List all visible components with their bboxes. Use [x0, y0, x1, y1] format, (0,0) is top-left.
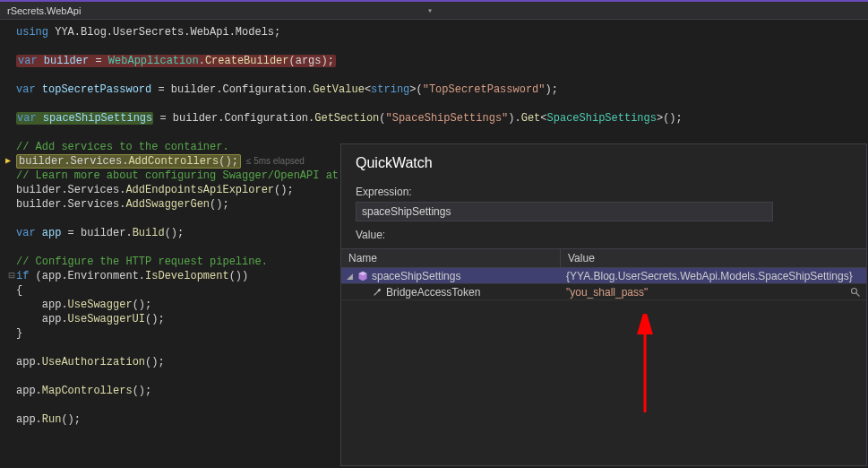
col-value[interactable]: Value [561, 249, 866, 267]
object-icon [357, 271, 368, 282]
watch-name: BridgeAccessToken [386, 286, 480, 299]
file-tab[interactable]: rSecrets.WebApi [2, 4, 86, 18]
watch-row[interactable]: ◢ spaceShipSettings {YYA.Blog.UserSecret… [341, 268, 866, 284]
expression-label: Expression: [341, 178, 866, 202]
watch-row[interactable]: BridgeAccessToken "you_shall_pass" [341, 284, 866, 300]
watch-value: {YYA.Blog.UserSecrets.WebApi.Models.Spac… [561, 269, 866, 283]
tab-dropdown[interactable]: ▾ [422, 5, 438, 16]
expression-input[interactable] [356, 202, 773, 221]
watch-table-header: Name Value [341, 248, 866, 268]
col-name[interactable]: Name [341, 249, 561, 267]
svg-point-0 [852, 288, 857, 293]
quickwatch-window[interactable]: QuickWatch Expression: Value: Name Value… [340, 143, 867, 466]
expand-icon[interactable]: ◢ [345, 272, 354, 281]
watch-value: "you_shall_pass" [561, 285, 866, 299]
tab-bar: rSecrets.WebApi ▾ [0, 0, 868, 20]
codelens-timing: ≤ 5ms elapsed [241, 156, 305, 166]
visualizer-icon[interactable] [850, 287, 861, 298]
breakpoint-arrow-icon: ▶ [5, 154, 11, 169]
quickwatch-title: QuickWatch [341, 144, 866, 178]
svg-line-1 [856, 292, 860, 296]
property-icon [372, 287, 382, 298]
value-label: Value: [341, 221, 866, 245]
fold-icon[interactable]: ⊟ [7, 269, 16, 283]
watch-name: spaceShipSettings [372, 270, 460, 282]
